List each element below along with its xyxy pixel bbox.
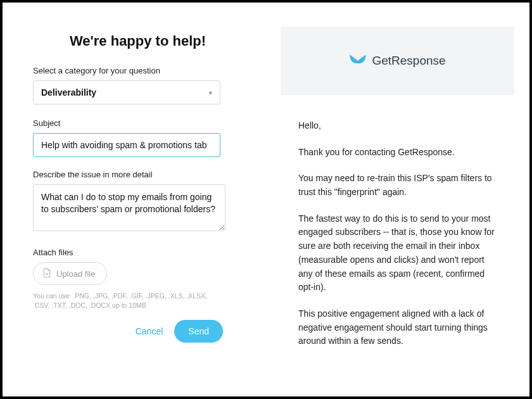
brand-name: GetResponse: [372, 54, 445, 68]
upload-file-button[interactable]: Upload file: [33, 262, 107, 285]
file-hint: You can use: .PNG, .JPG, .PDF, .GIF, .JP…: [33, 291, 223, 310]
subject-label: Subject: [33, 118, 258, 128]
reply-greeting: Hello,: [298, 119, 499, 133]
chevron-down-icon: ▾: [209, 89, 212, 96]
category-label: Select a category for your question: [33, 66, 258, 75]
file-icon: [42, 268, 51, 280]
reply-paragraph: You may need to re-train this ISP's spam…: [298, 172, 499, 199]
reply-paragraph: This positive engagement aligned with a …: [298, 307, 499, 348]
envelope-icon: [349, 53, 367, 69]
category-select[interactable]: Deliverability ▾: [33, 80, 220, 104]
describe-label: Describe the issue in more detail: [33, 170, 258, 179]
attach-label: Attach files: [33, 248, 258, 257]
brand-header: GetResponse: [281, 27, 514, 95]
reply-body: Hello, Thank you for contacting GetRespo…: [281, 95, 512, 348]
cancel-button[interactable]: Cancel: [136, 326, 163, 336]
describe-textarea[interactable]: [33, 184, 225, 231]
reply-paragraph: The fastest way to do this is to send to…: [298, 212, 499, 294]
page-title: We're happy to help!: [18, 33, 258, 49]
reply-paragraph: Thank you for contacting GetResponse.: [298, 146, 499, 160]
send-button[interactable]: Send: [174, 320, 223, 343]
category-value: Deliverability: [41, 87, 96, 98]
subject-input[interactable]: [33, 133, 220, 157]
upload-label: Upload file: [56, 269, 95, 279]
